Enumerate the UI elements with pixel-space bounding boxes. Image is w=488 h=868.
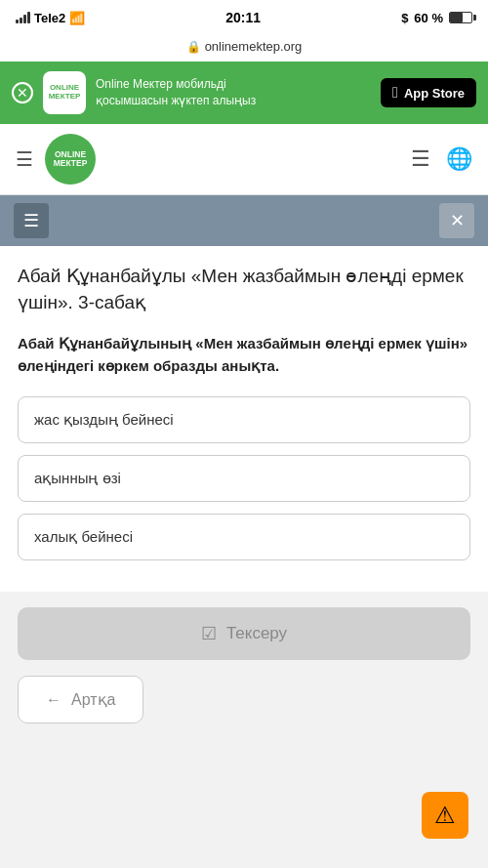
- toolbar-row: ☰ ✕: [0, 195, 488, 246]
- check-button-label: Тексеру: [226, 624, 287, 643]
- banner-close-button[interactable]: ✕: [12, 82, 33, 103]
- url-bar[interactable]: 🔒 onlinemektep.org: [0, 35, 488, 62]
- check-button-area: ☑ Тексеру: [0, 592, 488, 676]
- banner-logo: ONLINEМЕКТЕР: [43, 71, 86, 114]
- back-button-area: ← Артқа: [0, 676, 488, 741]
- apple-icon: : [392, 84, 398, 102]
- warning-fab-button[interactable]: ⚠: [422, 792, 468, 839]
- check-button[interactable]: ☑ Тексеру: [18, 607, 470, 660]
- toolbar-hamburger-button[interactable]: ☰: [14, 203, 49, 238]
- back-button[interactable]: ← Артқа: [18, 676, 143, 723]
- lesson-title: Абай Құнанбайұлы «Мен жазбаймын өлеңді е…: [18, 264, 470, 315]
- status-bar: Tele2 📶 20:11 $ 60 %: [0, 0, 488, 35]
- banner-logo-text: ONLINEМЕКТЕР: [49, 84, 81, 102]
- answer-option-2[interactable]: ақынның өзі: [18, 455, 470, 502]
- logo: ONLINEМЕКТЕР: [45, 134, 96, 185]
- list-icon[interactable]: ☰: [411, 146, 430, 172]
- battery-icon: [449, 12, 472, 23]
- hamburger-icon: ☰: [23, 210, 39, 231]
- app-store-label: App Store: [404, 86, 465, 101]
- hamburger-menu-icon[interactable]: ☰: [16, 147, 33, 171]
- app-store-button[interactable]:  App Store: [381, 78, 476, 107]
- logo-text: ONLINEМЕКТЕР: [54, 150, 88, 169]
- status-bar-left: Tele2 📶: [16, 11, 85, 25]
- check-icon: ☑: [201, 623, 217, 644]
- signal-icon: [16, 12, 30, 23]
- url-text: onlinemektep.org: [205, 39, 303, 54]
- time-display: 20:11: [225, 10, 261, 25]
- warning-icon: ⚠: [434, 802, 456, 829]
- nav-bar: ☰ ONLINEМЕКТЕР ☰ 🌐: [0, 124, 488, 195]
- battery-label: 60 %: [414, 11, 443, 25]
- wifi-icon: 📶: [69, 11, 85, 25]
- location-icon: $: [401, 11, 408, 25]
- lesson-area: Абай Құнанбайұлы «Мен жазбаймын өлеңді е…: [0, 246, 488, 592]
- banner-text: Online Мектер мобильді қосымшасын жүктеп…: [96, 76, 371, 109]
- close-icon: ✕: [450, 210, 465, 231]
- answer-option-3[interactable]: халық бейнесі: [18, 514, 470, 560]
- globe-icon[interactable]: 🌐: [446, 146, 472, 172]
- app-banner: ✕ ONLINEМЕКТЕР Online Мектер мобильді қо…: [0, 62, 488, 124]
- lock-icon: 🔒: [186, 40, 201, 54]
- back-button-label: Артқа: [71, 690, 115, 709]
- status-bar-right: $ 60 %: [401, 11, 472, 25]
- nav-icons: ☰ 🌐: [411, 146, 472, 172]
- toolbar-close-button[interactable]: ✕: [439, 203, 474, 238]
- carrier-label: Tele2: [34, 11, 65, 25]
- back-arrow-icon: ←: [46, 691, 61, 709]
- lesson-question: Абай Құнанбайұлының «Мен жазбаймын өлеңд…: [18, 333, 470, 377]
- answer-option-1[interactable]: жас қыздың бейнесі: [18, 396, 470, 443]
